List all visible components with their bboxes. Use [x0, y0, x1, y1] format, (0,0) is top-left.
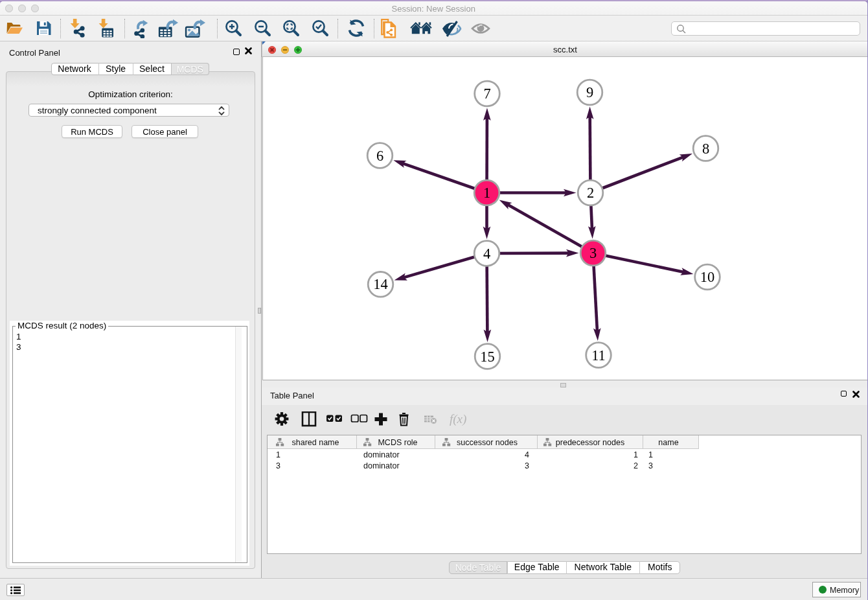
svg-text:2: 2 [586, 185, 593, 201]
svg-text:15: 15 [480, 349, 495, 365]
svg-text:11: 11 [591, 347, 606, 363]
svg-text:f(x): f(x) [450, 412, 466, 426]
svg-text:14: 14 [373, 276, 388, 292]
svg-text:10: 10 [700, 269, 714, 285]
svg-text:MCDS role: MCDS role [378, 438, 417, 447]
svg-text:8: 8 [702, 141, 709, 157]
svg-text:1: 1 [483, 185, 490, 201]
svg-text:6: 6 [376, 148, 383, 164]
svg-text:9: 9 [586, 84, 593, 100]
svg-text:predecessor nodes: predecessor nodes [556, 438, 624, 447]
svg-text:3: 3 [589, 245, 596, 261]
svg-text:name: name [658, 438, 678, 447]
svg-text:successor nodes: successor nodes [457, 438, 518, 447]
svg-text:7: 7 [483, 86, 490, 102]
svg-text:4: 4 [483, 246, 490, 262]
svg-text:shared name: shared name [292, 438, 339, 447]
